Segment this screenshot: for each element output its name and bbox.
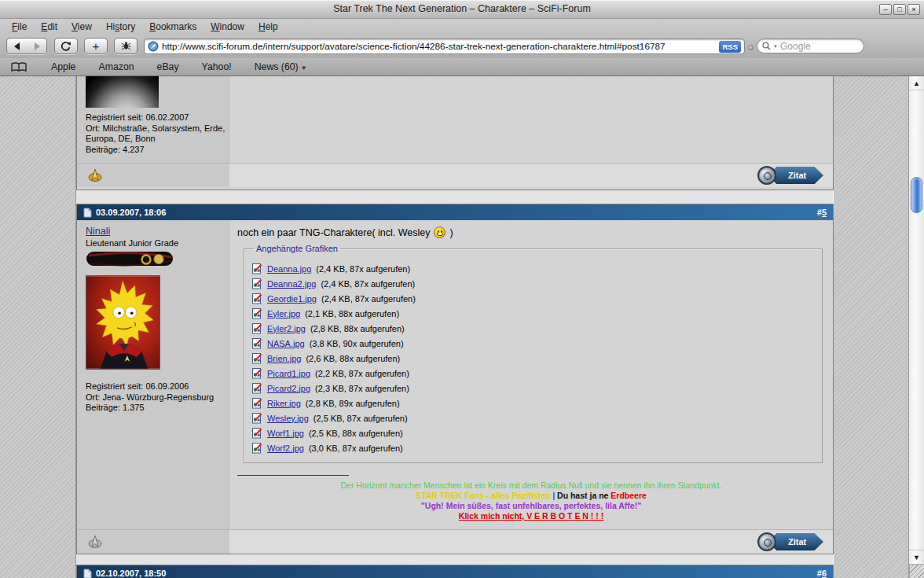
- image-attachment-icon: [251, 323, 262, 334]
- attachments-fieldset: Angehängte Grafiken: [244, 244, 823, 463]
- post-date: 02.10.2007, 18:50: [96, 569, 166, 578]
- attachment-meta: (2,4 KB, 87x aufgerufen): [321, 279, 415, 289]
- vertical-scrollbar[interactable]: ▲ ▼: [908, 76, 924, 578]
- menu-item[interactable]: History: [99, 20, 142, 34]
- scrollbar-thumb[interactable]: [911, 177, 922, 213]
- image-attachment-icon: [251, 353, 262, 364]
- attachment-row: NASA.jpg (3,8 KB, 90x aufgerufen): [251, 336, 822, 351]
- post4-avatar[interactable]: [86, 76, 159, 108]
- attachment-link[interactable]: Wesley.jpg: [267, 414, 309, 423]
- attachment-link[interactable]: Riker.jpg: [267, 399, 301, 408]
- rss-badge[interactable]: RSS: [719, 41, 741, 53]
- image-attachment-icon: [251, 338, 262, 349]
- signature-line1: Der Horizont mancher Menschen ist ein Kr…: [229, 480, 833, 491]
- attachment-meta: (2,4 KB, 87x aufgerufen): [321, 294, 416, 304]
- window-resize-grip[interactable]: [909, 564, 924, 578]
- online-status-badge-icon: [88, 168, 102, 182]
- attachment-link[interactable]: Deanna2.jpg: [267, 279, 316, 289]
- attachment-row: Deanna.jpg (2,4 KB, 87x aufgerufen): [251, 261, 822, 276]
- attachment-link[interactable]: Eyler.jpg: [267, 309, 300, 318]
- field-resize-knob[interactable]: [748, 45, 754, 50]
- attachment-row: Riker.jpg (2,8 KB, 89x aufgerufen): [251, 396, 822, 410]
- attachment-link[interactable]: Deanna.jpg: [267, 264, 311, 274]
- menu-item[interactable]: Window: [204, 20, 251, 34]
- search-input[interactable]: [780, 41, 851, 52]
- reload-button[interactable]: [54, 38, 78, 54]
- attachment-link[interactable]: Brien.jpg: [267, 354, 301, 363]
- image-attachment-icon: [251, 398, 262, 409]
- report-bug-button[interactable]: [114, 38, 138, 54]
- attachment-meta: (3,8 KB, 90x aufgerufen): [310, 339, 404, 348]
- signature-line4-link[interactable]: Klick mich nicht, V E R B O T E N ! ! !: [229, 511, 833, 521]
- offline-status-badge-icon: [88, 535, 102, 549]
- scroll-up-arrow[interactable]: ▲: [909, 76, 924, 90]
- username-link[interactable]: Ninali: [86, 226, 110, 237]
- search-icon: [762, 42, 771, 50]
- attachment-link[interactable]: Eyler2.jpg: [267, 324, 306, 333]
- back-button[interactable]: [6, 38, 28, 54]
- bookmark-item[interactable]: Yahoo!: [192, 60, 244, 74]
- user-avatar[interactable]: [86, 275, 160, 370]
- menu-item[interactable]: Bookmarks: [142, 20, 204, 34]
- post5-footer-left: [77, 530, 229, 554]
- user-location: Ort: Jena- Würzburg-Regensburg: [86, 392, 221, 403]
- forum-post: 03.09.2007, 18:06 #5 Ninali Lieutenant J…: [76, 204, 834, 554]
- bookmarks-book-icon[interactable]: [11, 62, 27, 72]
- bookmark-item[interactable]: Apple: [41, 60, 88, 74]
- minimize-button[interactable]: –: [879, 4, 892, 15]
- window-controls: – □ ×: [879, 4, 920, 15]
- smiley-icon: [434, 226, 446, 238]
- attachment-link[interactable]: NASA.jpg: [267, 339, 305, 348]
- image-attachment-icon: [251, 368, 262, 379]
- bookmark-item[interactable]: News (60)▼: [244, 60, 317, 74]
- search-field[interactable]: ▼: [757, 39, 864, 53]
- chevron-down-icon: ▼: [301, 64, 307, 72]
- post-number-link[interactable]: #6: [817, 569, 827, 578]
- quote-button[interactable]: Zitat: [757, 166, 825, 186]
- attachment-meta: (2,5 KB, 87x aufgerufen): [314, 414, 408, 423]
- bookmark-item[interactable]: Amazon: [88, 60, 146, 74]
- rank-insignia-image: [86, 250, 174, 267]
- attachment-row: Wesley.jpg (2,5 KB, 87x aufgerufen): [251, 410, 822, 425]
- site-favicon: [148, 41, 159, 52]
- attachment-link[interactable]: Picard1.jpg: [267, 369, 310, 378]
- posts-count: Beiträge: 4.237: [86, 145, 227, 156]
- bookmarks-list: Apple Amazon eBay Yahoo! News (60)▼: [41, 60, 317, 74]
- post-page-icon: [83, 569, 92, 578]
- menu-item[interactable]: View: [64, 20, 99, 34]
- quote-button[interactable]: Zitat: [757, 532, 825, 552]
- forum-post-partial-bottom: 02.10.2007, 18:50 #6: [76, 565, 834, 578]
- menu-item[interactable]: Edit: [34, 20, 64, 34]
- maximize-button[interactable]: □: [893, 4, 906, 15]
- signature-line2: STAR TREK Fans - alles Pazifisten | Du h…: [229, 491, 833, 501]
- attachment-link[interactable]: Picard2.jpg: [267, 384, 310, 393]
- close-button[interactable]: ×: [908, 4, 920, 15]
- scroll-down-arrow[interactable]: ▼: [909, 550, 924, 564]
- attachment-link[interactable]: Worf1.jpg: [267, 429, 304, 438]
- toolbar: + http://www.scifi-forum.de/intern/suppo…: [0, 35, 924, 58]
- attachment-meta: (2,6 KB, 88x aufgerufen): [306, 354, 400, 363]
- post-number-link[interactable]: #5: [817, 208, 827, 217]
- add-bookmark-button[interactable]: +: [84, 38, 108, 54]
- quote-gear-icon: [757, 532, 776, 551]
- signature-divider: [237, 475, 349, 476]
- signature: Der Horizont mancher Menschen ist ein Kr…: [229, 480, 833, 521]
- menu-item[interactable]: Help: [251, 20, 285, 34]
- menu-item[interactable]: File: [5, 20, 34, 34]
- post4-message-area: [229, 76, 833, 163]
- bookmark-item[interactable]: eBay: [147, 60, 192, 74]
- bug-icon: [121, 41, 131, 51]
- address-bar[interactable]: http://www.scifi-forum.de/intern/support…: [144, 39, 745, 54]
- image-attachment-icon: [251, 383, 262, 394]
- image-attachment-icon: [251, 293, 262, 304]
- attachment-meta: (2,5 KB, 88x aufgerufen): [309, 429, 403, 438]
- attachment-row: Deanna2.jpg (2,4 KB, 87x aufgerufen): [251, 276, 822, 291]
- search-engine-caret-icon: ▼: [773, 44, 778, 49]
- image-attachment-icon: [251, 278, 262, 289]
- attachment-link[interactable]: Worf2.jpg: [267, 444, 304, 453]
- forward-button[interactable]: [27, 38, 47, 54]
- title-bar: Star Trek The Next Generation – Charakte…: [0, 0, 924, 19]
- attachments-list: Deanna.jpg (2,4 KB, 87x aufgerufen): [251, 261, 822, 455]
- attachment-link[interactable]: Geordie1.jpg: [267, 294, 317, 304]
- post-page-icon: [83, 208, 92, 218]
